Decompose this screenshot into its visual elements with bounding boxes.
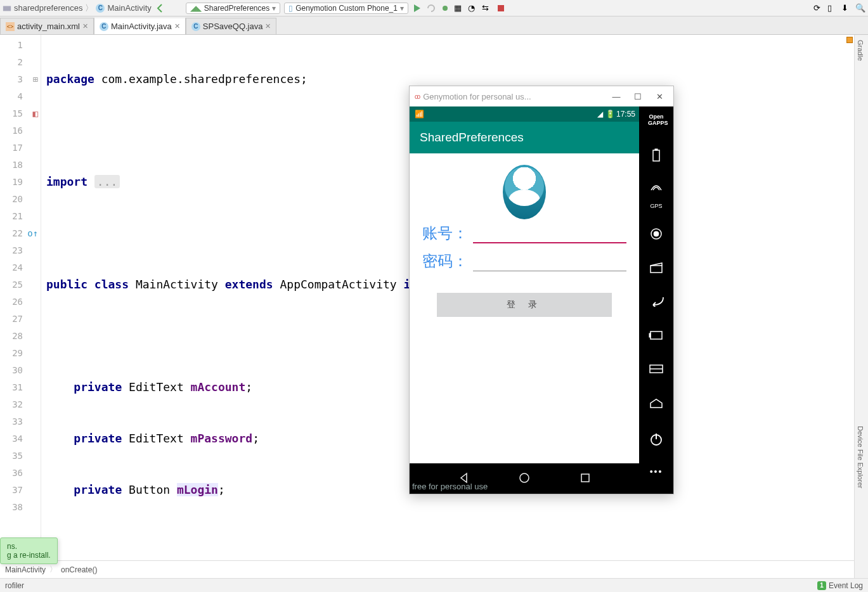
fold-icon[interactable]: ⊞: [33, 74, 38, 84]
tab-main-activity-java[interactable]: C MainActivity.java ✕: [94, 17, 186, 34]
gradle-tool-window-button[interactable]: Gradle: [855, 35, 866, 66]
coverage-icon[interactable]: ▦: [454, 3, 464, 13]
avd-icon[interactable]: ▯: [827, 3, 838, 13]
breadcrumb-method: onCreate(): [61, 565, 97, 574]
back-icon[interactable]: [648, 295, 664, 312]
password-label: 密码：: [422, 251, 468, 271]
profiler-icon[interactable]: ◔: [468, 3, 478, 13]
android-nav-bar: free for personal use: [410, 463, 639, 494]
chevron-icon: 〉: [49, 564, 57, 575]
chevron-icon: 〉: [85, 3, 93, 14]
multiwindow-icon[interactable]: [648, 364, 664, 380]
line-number: 31: [0, 378, 41, 396]
line-number: 35: [0, 447, 41, 464]
app-bar: SharedPreferences: [410, 122, 639, 153]
back-nav-icon[interactable]: [155, 3, 165, 13]
svg-rect-6: [655, 149, 657, 150]
debug-icon[interactable]: [440, 3, 450, 13]
breadcrumb-class: MainActivity: [5, 565, 46, 574]
xml-file-icon: <>: [6, 22, 15, 31]
apply-changes-icon[interactable]: [426, 3, 436, 13]
line-number: 38: [0, 498, 41, 515]
line-number: 37: [0, 481, 41, 498]
crumb-class: MainActivity: [107, 3, 151, 13]
status-time: 17:55: [616, 110, 635, 119]
login-button[interactable]: 登 录: [437, 293, 612, 317]
cell-signal-icon: ◢: [597, 110, 603, 119]
phone-screen[interactable]: 📶 ◢ 🔋 17:55 SharedPreferences 账号： 密码：: [410, 106, 639, 494]
gutter: 1 2 3⊞ 4 15◧ 16 17 18 19 20 21 22o↑ 23 2…: [0, 35, 41, 560]
line-number: 30: [0, 361, 41, 378]
device-dropdown[interactable]: ▯ Genymotion Custom Phone_1 ▾: [284, 3, 408, 14]
svg-rect-5: [653, 150, 659, 161]
gutter-marker-icon[interactable]: ◧: [33, 108, 38, 119]
svg-rect-10: [651, 331, 662, 339]
close-icon[interactable]: ✕: [82, 22, 88, 30]
battery-icon[interactable]: [648, 148, 664, 165]
emulator-sidebar: Open GAPPS GPS •••: [639, 106, 673, 494]
maximize-icon[interactable]: ☐: [629, 92, 647, 101]
minimize-icon[interactable]: —: [607, 92, 625, 101]
sync-icon[interactable]: ⟳: [813, 3, 824, 13]
gps-icon[interactable]: [648, 183, 664, 199]
watermark-text: free for personal use: [412, 482, 488, 491]
rotate-icon[interactable]: [648, 330, 664, 346]
line-number: 18: [0, 156, 41, 173]
account-input[interactable]: [473, 228, 626, 243]
line-number: 15◧: [0, 105, 41, 122]
line-number: 20: [0, 190, 41, 207]
java-class-icon: C: [100, 22, 108, 31]
search-icon[interactable]: 🔍: [855, 3, 865, 13]
close-icon[interactable]: ✕: [265, 22, 271, 30]
java-class-icon: C: [191, 22, 200, 31]
run-icon[interactable]: [412, 3, 422, 13]
override-icon[interactable]: o↑: [27, 228, 38, 238]
close-icon[interactable]: ✕: [174, 22, 180, 30]
line-number: 4: [0, 87, 41, 105]
tab-label: MainActivity.java: [111, 22, 172, 31]
password-input[interactable]: [473, 256, 626, 271]
sdk-icon[interactable]: ⬇: [841, 3, 852, 13]
import-fold[interactable]: ...: [94, 175, 120, 188]
svg-point-3: [520, 473, 529, 482]
crumb-module: sharedpreferences: [14, 3, 82, 13]
error-stripe-marker[interactable]: [846, 37, 853, 43]
home-icon[interactable]: [648, 398, 664, 415]
close-icon[interactable]: ✕: [651, 92, 668, 101]
run-config-dropdown[interactable]: ◢◣ SharedPreferences ▾: [186, 3, 280, 14]
chevron-down-icon: ▾: [272, 4, 276, 13]
status-left-text: rofiler: [5, 581, 817, 590]
tab-spsaveqq-java[interactable]: C SPSaveQQ.java ✕: [186, 18, 277, 34]
editor-breadcrumb[interactable]: MainActivity 〉 onCreate(): [0, 560, 868, 578]
event-count-badge: 1: [817, 581, 826, 590]
power-icon[interactable]: [648, 432, 664, 449]
event-log-button[interactable]: 1 Event Log: [817, 581, 863, 590]
editor-tabs: <> activity_main.xml ✕ C MainActivity.ja…: [0, 16, 868, 35]
camera-icon[interactable]: [648, 227, 664, 243]
emulator-titlebar[interactable]: oo Genymotion for personal us... — ☐ ✕: [410, 86, 673, 106]
folder-icon: [3, 4, 11, 13]
emulator-window: oo Genymotion for personal us... — ☐ ✕ 📶…: [409, 86, 674, 494]
line-number: 23: [0, 241, 41, 259]
toast-line2: g a re-install.: [7, 551, 51, 560]
device-file-explorer-button[interactable]: Device File Explorer: [855, 421, 866, 493]
line-number: 1: [0, 36, 41, 53]
nav-breadcrumb[interactable]: sharedpreferences 〉 C MainActivity: [3, 3, 152, 14]
android-status-bar: 📶 ◢ 🔋 17:55: [410, 106, 639, 122]
line-number: 36: [0, 464, 41, 481]
attach-debugger-icon[interactable]: ⇆: [482, 3, 492, 13]
device-icon: ▯: [288, 4, 293, 13]
recents-nav-icon[interactable]: [579, 472, 592, 486]
more-icon[interactable]: •••: [648, 467, 664, 483]
stop-icon[interactable]: [496, 3, 506, 13]
device-label: Genymotion Custom Phone_1: [295, 4, 398, 13]
clapper-icon[interactable]: [648, 261, 664, 278]
right-tool-strip: Gradle Device File Explorer: [854, 35, 868, 578]
open-gapps-button[interactable]: Open GAPPS: [648, 114, 664, 131]
install-toast: ns. g a re-install.: [0, 537, 58, 564]
home-nav-icon[interactable]: [518, 472, 531, 486]
account-label: 账号：: [422, 223, 468, 243]
line-number: 2: [0, 53, 41, 70]
tab-activity-main-xml[interactable]: <> activity_main.xml ✕: [0, 18, 94, 34]
class-icon: C: [96, 4, 105, 13]
